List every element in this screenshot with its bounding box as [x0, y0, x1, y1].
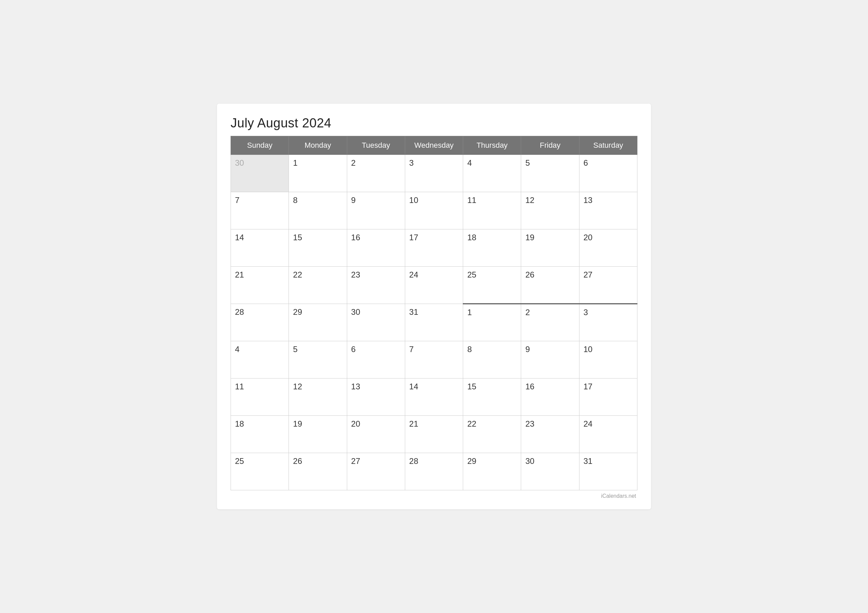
calendar-day[interactable]: 3: [579, 304, 637, 341]
calendar-day[interactable]: 7: [405, 341, 463, 379]
calendar-day[interactable]: 10: [579, 341, 637, 379]
calendar-day[interactable]: 17: [405, 229, 463, 267]
calendar-day[interactable]: 19: [289, 416, 347, 453]
day-header-tuesday: Tuesday: [347, 136, 405, 155]
calendar-day[interactable]: 21: [405, 416, 463, 453]
calendar-day[interactable]: 9: [521, 341, 579, 379]
calendar-day[interactable]: 2: [347, 155, 405, 192]
day-header-thursday: Thursday: [463, 136, 521, 155]
calendar-day[interactable]: 31: [579, 453, 637, 490]
calendar-day[interactable]: 24: [405, 267, 463, 304]
day-header-saturday: Saturday: [579, 136, 637, 155]
header-row: SundayMondayTuesdayWednesdayThursdayFrid…: [231, 136, 637, 155]
calendar-day[interactable]: 10: [405, 192, 463, 229]
calendar-day[interactable]: 25: [231, 453, 289, 490]
calendar-day[interactable]: 13: [579, 192, 637, 229]
calendar-day[interactable]: 5: [289, 341, 347, 379]
calendar-day[interactable]: 14: [405, 379, 463, 416]
calendar-day[interactable]: 27: [347, 453, 405, 490]
calendar-day[interactable]: 6: [579, 155, 637, 192]
calendar-day[interactable]: 2: [521, 304, 579, 341]
week-row: 45678910: [231, 341, 637, 379]
week-row: 30123456: [231, 155, 637, 192]
calendar-day[interactable]: 11: [231, 379, 289, 416]
week-row: 14151617181920: [231, 229, 637, 267]
calendar-day[interactable]: 15: [289, 229, 347, 267]
week-row: 18192021222324: [231, 416, 637, 453]
calendar-day[interactable]: 4: [231, 341, 289, 379]
calendar-day[interactable]: 25: [463, 267, 521, 304]
day-header-sunday: Sunday: [231, 136, 289, 155]
calendar-day[interactable]: 27: [579, 267, 637, 304]
calendar-day[interactable]: 8: [463, 341, 521, 379]
calendar-day[interactable]: 14: [231, 229, 289, 267]
calendar-day[interactable]: 28: [405, 453, 463, 490]
calendar-day[interactable]: 13: [347, 379, 405, 416]
calendar-day[interactable]: 5: [521, 155, 579, 192]
calendar-day[interactable]: 28: [231, 304, 289, 341]
calendar-day[interactable]: 16: [521, 379, 579, 416]
calendar-body: 3012345678910111213141516171819202122232…: [231, 155, 637, 490]
calendar-day[interactable]: 1: [289, 155, 347, 192]
week-row: 78910111213: [231, 192, 637, 229]
week-row: 21222324252627: [231, 267, 637, 304]
calendar-day[interactable]: 1: [463, 304, 521, 341]
calendar-table: SundayMondayTuesdayWednesdayThursdayFrid…: [231, 136, 637, 490]
calendar-day[interactable]: 21: [231, 267, 289, 304]
week-row: 28293031123: [231, 304, 637, 341]
calendar-day[interactable]: 20: [347, 416, 405, 453]
calendar-day[interactable]: 23: [521, 416, 579, 453]
week-row: 11121314151617: [231, 379, 637, 416]
calendar-day[interactable]: 19: [521, 229, 579, 267]
calendar-day[interactable]: 12: [289, 379, 347, 416]
calendar-day[interactable]: 18: [463, 229, 521, 267]
day-header-monday: Monday: [289, 136, 347, 155]
calendar-day[interactable]: 30: [231, 155, 289, 192]
calendar-day[interactable]: 30: [347, 304, 405, 341]
calendar-day[interactable]: 6: [347, 341, 405, 379]
calendar-day[interactable]: 4: [463, 155, 521, 192]
calendar-day[interactable]: 30: [521, 453, 579, 490]
calendar-day[interactable]: 26: [521, 267, 579, 304]
calendar-day[interactable]: 15: [463, 379, 521, 416]
calendar-day[interactable]: 26: [289, 453, 347, 490]
calendar-day[interactable]: 29: [463, 453, 521, 490]
watermark: iCalendars.net: [231, 493, 637, 499]
calendar-day[interactable]: 16: [347, 229, 405, 267]
calendar-day[interactable]: 20: [579, 229, 637, 267]
calendar-day[interactable]: 17: [579, 379, 637, 416]
calendar-day[interactable]: 22: [463, 416, 521, 453]
calendar-day[interactable]: 23: [347, 267, 405, 304]
calendar-day[interactable]: 24: [579, 416, 637, 453]
week-row: 25262728293031: [231, 453, 637, 490]
calendar-title: July August 2024: [231, 116, 637, 130]
calendar-day[interactable]: 11: [463, 192, 521, 229]
calendar-day[interactable]: 31: [405, 304, 463, 341]
calendar-day[interactable]: 12: [521, 192, 579, 229]
calendar-day[interactable]: 8: [289, 192, 347, 229]
calendar-day[interactable]: 9: [347, 192, 405, 229]
calendar-day[interactable]: 29: [289, 304, 347, 341]
day-header-wednesday: Wednesday: [405, 136, 463, 155]
calendar-day[interactable]: 22: [289, 267, 347, 304]
calendar-day[interactable]: 18: [231, 416, 289, 453]
calendar-container: July August 2024 SundayMondayTuesdayWedn…: [217, 104, 651, 509]
calendar-day[interactable]: 3: [405, 155, 463, 192]
calendar-day[interactable]: 7: [231, 192, 289, 229]
day-header-friday: Friday: [521, 136, 579, 155]
